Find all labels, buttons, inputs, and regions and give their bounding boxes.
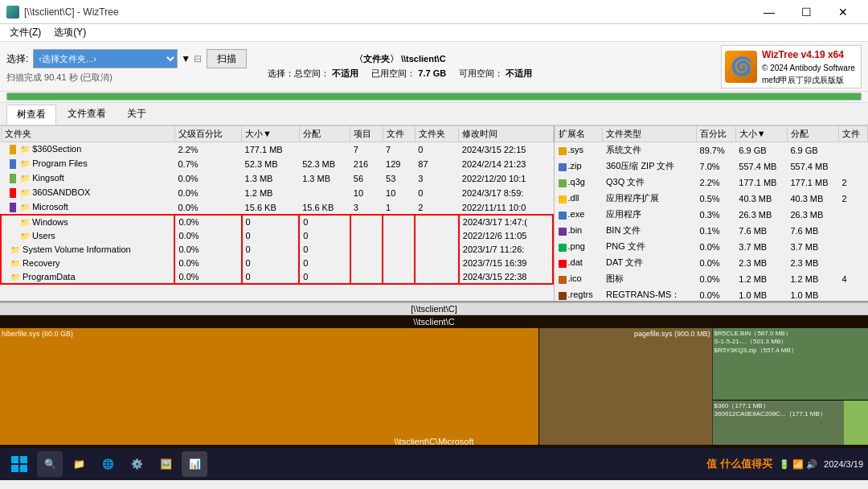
taskbar-file-explorer[interactable]: 📁: [66, 451, 92, 477]
scan-button[interactable]: 扫描: [207, 49, 247, 68]
taskbar-photos[interactable]: 🖼️: [153, 451, 178, 477]
col-modified[interactable]: 修改时间: [459, 126, 553, 142]
col-folders[interactable]: 文件夹: [415, 126, 459, 142]
viz-block-hiberfile: hiberfile.sys (60.0 GB): [0, 328, 538, 445]
viz-bottom-label: \\tsclient\C\Microsoft: [394, 437, 473, 446]
select-label: 选择:: [6, 52, 28, 66]
app-icon: [6, 6, 19, 18]
minimize-button[interactable]: —: [751, 0, 788, 24]
tab-about[interactable]: 关于: [117, 105, 156, 125]
logo-text: WizTree v4.19 x64 © 2024 Antibody Softwa…: [762, 47, 855, 86]
file-info: 〈文件夹〉 \\tsclient\C 选择：总空间： 不适用 已用空间： 7.7…: [268, 52, 532, 80]
table-row[interactable]: .ico 图标 0.0% 1.2 MB 1.2 MB 4: [555, 271, 868, 287]
menu-bar: 文件(Z) 选项(Y): [0, 24, 868, 42]
col-ext[interactable]: 扩展名: [555, 126, 603, 142]
col-right-alloc[interactable]: 分配: [787, 126, 838, 142]
funnel-icon: ⊟: [194, 53, 202, 64]
free-value: 不适用: [506, 68, 532, 78]
table-row[interactable]: 📁 Microsoft 0.0%15.6 KB15.6 KB3122022/11…: [1, 200, 553, 216]
main-content: 文件夹 父级百分比 大小▼ 分配 项目 文件 文件夹 修改时间 📁 $360Se…: [0, 125, 868, 302]
viz-block-pagefile: pagefile.sys (900.0 MB): [538, 328, 712, 445]
progress-fill: [7, 93, 861, 100]
folder-select[interactable]: ‹选择文件夹...›: [33, 49, 178, 68]
taskbar-search[interactable]: 🔍: [37, 451, 63, 477]
taskbar-settings[interactable]: ⚙️: [124, 451, 149, 477]
col-folder[interactable]: 文件夹: [1, 126, 174, 142]
total-value: 不适用: [332, 68, 358, 78]
table-row[interactable]: .exe 应用程序 0.3% 26.3 MB 26.3 MB: [555, 207, 868, 223]
table-row[interactable]: .dat DAT 文件 0.0% 2.3 MB 2.3 MB: [555, 255, 868, 271]
title-bar: [\\tsclient\C] - WizTree — ☐ ✕: [0, 0, 868, 24]
path-label: [\\tsclient\C]: [411, 304, 457, 314]
table-row[interactable]: 📁 Recovery 0.0%002023/7/15 16:39: [1, 257, 553, 270]
scroll-separator: [\\tsclient\C]: [0, 302, 868, 315]
start-button[interactable]: [5, 450, 34, 479]
col-right-files[interactable]: 文件: [838, 126, 867, 142]
table-row[interactable]: 📁 Users 0.0%002022/12/6 11:05: [1, 229, 553, 243]
tab-bar: 树查看 文件查看 关于: [0, 103, 868, 125]
col-size[interactable]: 大小▼: [242, 126, 300, 142]
folder-path-label: 〈文件夹〉 \\tsclient\C: [268, 52, 532, 67]
taskbar-watermark: 值 什么值得买: [706, 457, 772, 471]
table-row[interactable]: 📁 ProgramData 0.0%002024/3/15 22:38: [1, 270, 553, 285]
tab-tree-view[interactable]: 树查看: [6, 105, 56, 125]
table-row[interactable]: 📁 Kingsoft 0.0%1.3 MB1.3 MB565332022/12/…: [1, 171, 553, 186]
table-row[interactable]: .q3g Q3Q 文件 2.2% 177.1 MB 177.1 MB 2: [555, 175, 868, 191]
logo-line1: © 2024 Antibody Software: [762, 62, 855, 74]
right-table-wrap[interactable]: 扩展名 文件类型 百分比 大小▼ 分配 文件 .sys 系统文件 89.7% 6…: [555, 125, 868, 301]
close-button[interactable]: ✕: [825, 0, 862, 24]
taskbar-datetime: 2024/3/19: [824, 459, 863, 469]
toolbar: 选择: ‹选择文件夹...› ▼ ⊟ 扫描 扫描完成 90.41 秒 (已取消)…: [0, 42, 868, 92]
left-table-wrap[interactable]: 文件夹 父级百分比 大小▼ 分配 项目 文件 文件夹 修改时间 📁 $360Se…: [0, 125, 555, 301]
taskbar-wiztree[interactable]: 📊: [182, 451, 207, 477]
col-files[interactable]: 文件: [383, 126, 415, 142]
taskbar-chrome[interactable]: 🌐: [95, 451, 121, 477]
table-row[interactable]: 📁 360SANDBOX 0.0%1.2 MB101002024/3/17 8:…: [1, 186, 553, 200]
col-alloc[interactable]: 分配: [299, 126, 350, 142]
col-parent-pct[interactable]: 父级百分比: [174, 126, 241, 142]
table-row[interactable]: 📁 Program Files 0.7%52.3 MB52.3 MB216129…: [1, 157, 553, 171]
taskbar: 🔍 📁 🌐 ⚙️ 🖼️ 📊 值 什么值得买 🔋📶🔊 2024/3/19: [0, 448, 868, 480]
wiztree-logo: 🌀 WizTree v4.19 x64 © 2024 Antibody Soft…: [721, 45, 862, 88]
table-row[interactable]: 📁 $360Section 2.2%177.1 MB7702024/3/15 2…: [1, 142, 553, 157]
table-row[interactable]: 📁 System Volume Information 0.0%002023/1…: [1, 243, 553, 257]
table-row[interactable]: .regtrs REGTRANS-MS： 0.0% 1.0 MB 1.0 MB: [555, 287, 868, 302]
table-row[interactable]: .dll 应用程序扩展 0.5% 40.3 MB 40.3 MB 2: [555, 191, 868, 207]
menu-options[interactable]: 选项(Y): [47, 24, 92, 41]
tab-file-view[interactable]: 文件查看: [58, 105, 116, 125]
visualization-area: \\tsclient\C hiberfile.sys (60.0 GB) pag…: [0, 315, 868, 448]
progress-bar-area: [0, 92, 868, 103]
viz-top-label: \\tsclient\C: [413, 317, 454, 327]
progress-bar: [6, 92, 862, 101]
scan-status: 扫描完成 90.41 秒 (已取消): [6, 72, 113, 82]
table-row[interactable]: .sys 系统文件 89.7% 6.9 GB 6.9 GB: [555, 142, 868, 158]
col-file-type[interactable]: 文件类型: [603, 126, 697, 142]
title-bar-title: [\\tsclient\C] - WizTree: [24, 6, 119, 18]
col-right-pct[interactable]: 百分比: [697, 126, 736, 142]
used-value: 7.7 GB: [418, 68, 446, 78]
taskbar-sys-icons: 🔋📶🔊: [779, 459, 817, 470]
table-row[interactable]: .zip 360压缩 ZIP 文件 7.0% 557.4 MB 557.4 MB: [555, 158, 868, 175]
table-row[interactable]: .png PNG 文件 0.0% 3.7 MB 3.7 MB: [555, 239, 868, 255]
col-right-size[interactable]: 大小▼: [735, 126, 787, 142]
free-label: 可用空间：: [459, 68, 503, 78]
total-label: 选择：总空间：: [268, 68, 330, 78]
logo-icon: 🌀: [725, 51, 757, 83]
viz-right-panel: $R5CLE.BIN（587.0 MB）S-1-5-21-...（501.3 M…: [712, 328, 868, 445]
table-row[interactable]: 📁 Windows 0.0%002024/3/17 1:47:(: [1, 215, 553, 229]
menu-file[interactable]: 文件(Z): [3, 24, 47, 41]
filter-icon: ▼: [181, 53, 190, 64]
col-items[interactable]: 项目: [350, 126, 383, 142]
maximize-button[interactable]: ☐: [788, 0, 825, 24]
table-row[interactable]: .bin BIN 文件 0.1% 7.6 MB 7.6 MB: [555, 223, 868, 239]
title-bar-controls: — ☐ ✕: [751, 0, 862, 24]
logo-title: WizTree v4.19 x64: [762, 47, 855, 62]
used-label: 已用空间：: [371, 68, 416, 78]
logo-line2: mefd甲辰丁卯戊辰版版: [762, 74, 855, 86]
